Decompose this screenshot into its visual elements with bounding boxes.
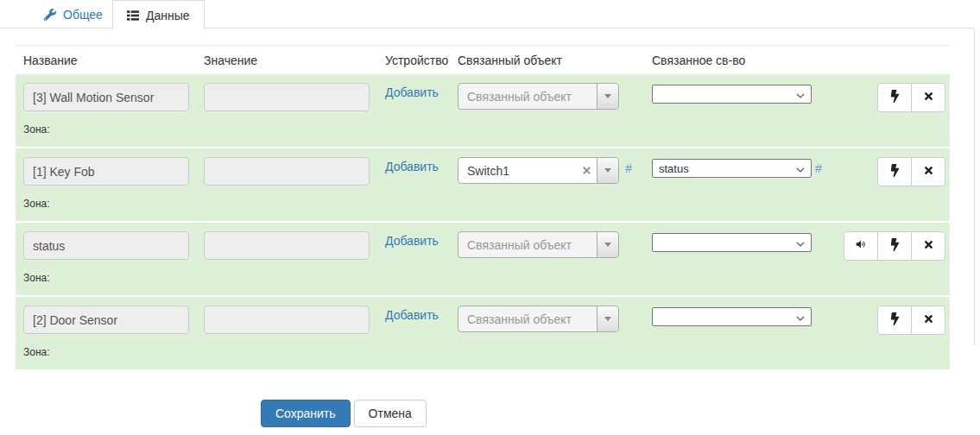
dropdown-arrow-icon[interactable]	[597, 84, 618, 109]
linked-object-select[interactable]: Связанный объект	[458, 306, 619, 332]
add-device-link[interactable]: Добавить	[385, 160, 439, 173]
linked-property-value: status	[659, 162, 689, 175]
linked-object-select[interactable]: Связанный объект	[458, 83, 619, 110]
save-button[interactable]: Сохранить	[261, 400, 351, 427]
linked-object-select[interactable]: Связанный объект	[458, 231, 619, 258]
add-device-link[interactable]: Добавить	[385, 234, 439, 248]
delete-row-button[interactable]	[911, 157, 945, 186]
cancel-button[interactable]: Отмена	[354, 400, 427, 427]
chevron-down-icon	[796, 88, 805, 101]
row-actions	[844, 231, 945, 261]
table-row: Добавить Связанный объект Зона:	[16, 74, 950, 147]
value-input[interactable]	[204, 231, 370, 260]
say-action-button[interactable]	[844, 231, 878, 261]
column-headers: Название Значение Устройство Связанный о…	[16, 46, 950, 74]
bolt-icon	[890, 164, 900, 180]
linked-property-select[interactable]	[652, 85, 812, 104]
zone-label: Зона:	[23, 346, 50, 358]
linked-object-placeholder: Связанный объект	[458, 90, 597, 104]
name-input[interactable]	[23, 83, 189, 111]
chevron-down-icon	[796, 162, 805, 175]
name-input[interactable]	[23, 306, 189, 334]
add-device-link[interactable]: Добавить	[385, 308, 439, 322]
header-device: Устройство	[385, 54, 448, 67]
dropdown-arrow-icon[interactable]	[597, 158, 618, 183]
value-input[interactable]	[204, 83, 370, 111]
tab-content: Название Значение Устройство Связанный о…	[16, 45, 950, 371]
tab-general[interactable]: Общее	[30, 0, 117, 28]
run-action-button[interactable]	[877, 306, 912, 335]
zone-label: Зона:	[23, 123, 50, 136]
tab-data-label: Данные	[146, 9, 190, 22]
linked-property-select[interactable]	[652, 233, 812, 252]
linked-object-placeholder: Связанный объект	[458, 238, 597, 252]
close-icon	[923, 90, 934, 105]
dropdown-arrow-icon[interactable]	[597, 306, 618, 331]
row-actions	[877, 306, 945, 335]
tab-bar: Общее Данные	[0, 0, 974, 28]
object-hash-link[interactable]: #	[625, 161, 632, 175]
linked-property-select[interactable]	[652, 307, 812, 326]
row-actions	[877, 157, 945, 186]
row-actions	[877, 83, 945, 112]
close-icon	[923, 312, 934, 328]
header-linked-object: Связанный объект	[458, 54, 562, 67]
linked-object-value: Switch1	[458, 164, 577, 178]
delete-row-button[interactable]	[911, 83, 945, 112]
wrench-icon	[44, 9, 56, 21]
table-row: Добавить Связанный объект Зона:	[16, 297, 950, 369]
header-value: Значение	[204, 54, 257, 67]
header-linked-property: Связанное св-во	[652, 54, 745, 67]
run-action-button[interactable]	[877, 231, 912, 261]
name-input[interactable]	[23, 231, 189, 260]
linked-object-placeholder: Связанный объект	[458, 312, 597, 326]
list-icon	[127, 9, 139, 22]
zone-label: Зона:	[23, 198, 50, 210]
bolt-icon	[890, 90, 900, 106]
bolt-icon	[890, 238, 900, 255]
linked-object-select[interactable]: Switch1	[458, 157, 619, 184]
table-row: Добавить Связанный объект Зона:	[16, 223, 950, 295]
close-icon	[923, 164, 934, 180]
property-hash-link[interactable]: #	[815, 161, 822, 175]
value-input[interactable]	[204, 157, 370, 186]
header-name: Название	[23, 54, 78, 67]
chevron-down-icon	[796, 311, 805, 324]
run-action-button[interactable]	[877, 83, 912, 112]
name-input[interactable]	[23, 157, 189, 186]
zone-label: Зона:	[23, 272, 50, 284]
close-icon	[923, 238, 934, 254]
tab-general-label: Общее	[63, 8, 103, 22]
dropdown-arrow-icon[interactable]	[597, 232, 618, 257]
table-row: Добавить Switch1 # status # Зона:	[16, 148, 950, 221]
tab-data[interactable]: Данные	[112, 0, 205, 29]
chevron-down-icon	[796, 236, 805, 249]
clear-icon[interactable]	[577, 167, 597, 174]
delete-row-button[interactable]	[911, 306, 945, 335]
delete-row-button[interactable]	[911, 231, 945, 261]
panel-right-border	[974, 28, 975, 345]
run-action-button[interactable]	[877, 157, 912, 186]
value-input[interactable]	[204, 306, 370, 334]
form-footer: Сохранить Отмена	[261, 400, 427, 427]
volume-icon	[854, 238, 868, 254]
add-device-link[interactable]: Добавить	[385, 85, 439, 99]
linked-property-select[interactable]: status	[652, 159, 812, 178]
bolt-icon	[890, 312, 900, 329]
